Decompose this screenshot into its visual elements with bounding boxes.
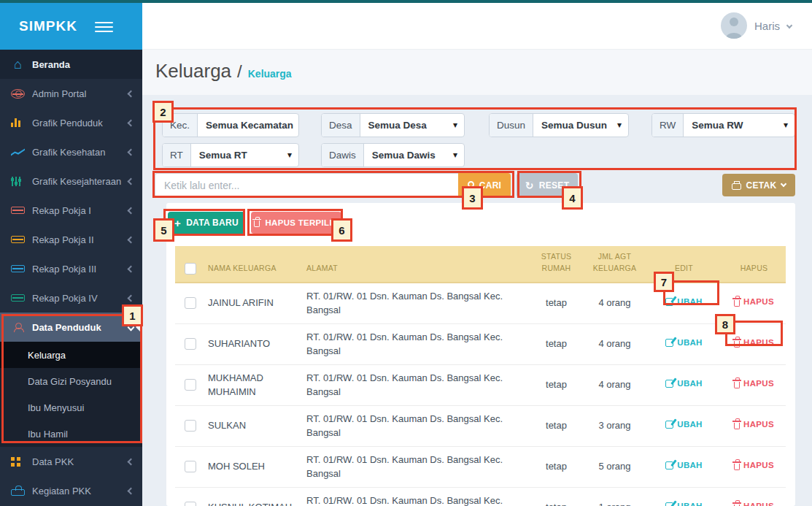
- data-baru-button[interactable]: DATA BARU: [168, 212, 245, 234]
- chevron-left-icon: [128, 177, 135, 185]
- sidebar-item-grafik-penduduk[interactable]: Grafik Penduduk: [0, 108, 142, 137]
- ubah-button[interactable]: UBAH: [665, 377, 702, 390]
- filter-select-desa[interactable]: Semua Desa▾: [360, 114, 464, 137]
- select-all-checkbox[interactable]: [185, 263, 196, 275]
- row-checkbox[interactable]: [185, 297, 196, 309]
- cell-alamat: RT. 01/RW. 01 Dsn. Kauman Ds. Bangsal Ke…: [303, 323, 529, 364]
- filter-label: RT: [163, 144, 191, 166]
- hapus-button[interactable]: HAPUS: [734, 459, 774, 472]
- hapus-button[interactable]: HAPUS: [734, 500, 774, 506]
- page-title: Keluarga / Keluarga: [155, 60, 292, 83]
- sidebar-item-kegiatan-pkk[interactable]: Kegiatan PKK: [0, 476, 142, 505]
- ubah-button[interactable]: UBAH: [665, 500, 702, 506]
- cari-button[interactable]: CARI: [458, 173, 511, 197]
- row-checkbox[interactable]: [185, 379, 196, 391]
- edit-icon: [665, 502, 673, 506]
- sidebar-item-label: Data Penduduk: [32, 322, 128, 333]
- hapus-button[interactable]: HAPUS: [734, 296, 774, 308]
- ubah-label: UBAH: [677, 418, 702, 431]
- filter-dusun[interactable]: Dusun Semua Dusun▾: [489, 113, 629, 137]
- sidebar-item-grafik-kesehatan[interactable]: Grafik Kesehatan: [0, 137, 142, 166]
- caret-down-icon: ▾: [298, 120, 299, 130]
- cell-jml-agt: 3 orang: [584, 405, 646, 446]
- filter-label: Desa: [322, 114, 360, 137]
- ubah-label: UBAH: [677, 337, 702, 349]
- sidebar-item-rekap-pokja-i[interactable]: Rekap Pokja I: [0, 196, 142, 225]
- edit-icon: [665, 461, 673, 469]
- sidebar-item-label: Data PKK: [32, 456, 128, 467]
- chevron-left-icon: [128, 236, 135, 243]
- sidebar-item-data-penduduk[interactable]: Data Penduduk: [0, 313, 142, 342]
- filter-select-kecamatan[interactable]: Semua Kecamatan▾: [198, 114, 299, 137]
- breadcrumb[interactable]: Keluarga: [248, 68, 292, 80]
- menu-item-icon: [11, 177, 25, 186]
- sidebar-subitem-ibu-menyusui[interactable]: Ibu Menyusui: [0, 394, 142, 421]
- data-baru-label: DATA BARU: [186, 218, 239, 228]
- hapus-button[interactable]: HAPUS: [734, 418, 774, 431]
- ubah-button[interactable]: UBAH: [665, 418, 702, 431]
- ubah-button[interactable]: UBAH: [665, 337, 702, 349]
- ubah-button[interactable]: UBAH: [665, 459, 702, 472]
- filter-dawis[interactable]: Dawis Semua Dawis▾: [321, 143, 465, 167]
- reset-button[interactable]: RESET: [517, 173, 578, 197]
- filter-desa[interactable]: Desa Semua Desa▾: [321, 113, 465, 137]
- cell-alamat: RT. 01/RW. 01 Dsn. Kauman Ds. Bangsal Ke…: [303, 446, 529, 487]
- cetak-label: CETAK: [746, 180, 777, 191]
- hapus-label: HAPUS: [743, 418, 774, 431]
- menu-item-icon: [11, 294, 25, 302]
- filter-select-rw[interactable]: Semua RW▾: [684, 114, 794, 137]
- hapus-terpilih-button[interactable]: HAPUS TERPILIH: [251, 212, 341, 234]
- ubah-button[interactable]: UBAH: [665, 296, 702, 308]
- table-row: KUSNUL KOTIMAH RT. 01/RW. 01 Dsn. Kauman…: [175, 487, 786, 506]
- filter-kecamatan[interactable]: Kec. Semua Kecamatan▾: [162, 113, 299, 137]
- username: Haris: [754, 20, 780, 32]
- sidebar-subitem-keluarga[interactable]: Keluarga: [0, 342, 142, 368]
- hapus-label: HAPUS: [743, 377, 774, 390]
- sidebar-menu: Beranda Admin Portal Grafik Penduduk: [0, 50, 142, 505]
- sidebar-item-beranda[interactable]: Beranda: [0, 50, 142, 79]
- row-checkbox[interactable]: [185, 502, 196, 506]
- sidebar-item-rekap-pokja-iii[interactable]: Rekap Pokja III: [0, 254, 142, 283]
- hapus-button[interactable]: HAPUS: [734, 377, 774, 390]
- filter-rt[interactable]: RT Semua RT▾: [162, 143, 299, 167]
- filter-value: Semua Kecamatan: [206, 120, 293, 131]
- filter-rw[interactable]: RW Semua RW▾: [651, 113, 795, 137]
- row-checkbox[interactable]: [185, 338, 196, 350]
- row-checkbox[interactable]: [185, 420, 196, 432]
- sidebar-item-grafik-kesejahteraan[interactable]: Grafik Kesejahteraan: [0, 166, 142, 196]
- sidebar-subitem-ibu-hamil[interactable]: Ibu Hamil: [0, 421, 142, 447]
- page-header: Keluarga / Keluarga: [142, 50, 812, 95]
- sidebar-subitem-label: Keluarga: [28, 350, 66, 361]
- sidebar-item-admin-portal[interactable]: Admin Portal: [0, 79, 142, 108]
- row-checkbox[interactable]: [185, 461, 196, 472]
- table-body: JAINUL ARIFIN RT. 01/RW. 01 Dsn. Kauman …: [175, 283, 786, 506]
- filter-label: Dawis: [322, 144, 364, 166]
- menu-item-icon: [11, 457, 25, 467]
- trash-icon: [734, 464, 740, 470]
- filter-value: Semua RT: [199, 150, 247, 161]
- sidebar-item-rekap-pokja-iv[interactable]: Rekap Pokja IV: [0, 283, 142, 313]
- sidebar-subitem-data-gizi-posyandu[interactable]: Data Gizi Posyandu: [0, 368, 142, 394]
- filter-select-dusun[interactable]: Semua Dusun▾: [533, 114, 628, 137]
- search-input[interactable]: [155, 173, 458, 197]
- menu-item-icon: [11, 236, 25, 243]
- sidebar-item-data-pkk[interactable]: Data PKK: [0, 447, 142, 476]
- top-navbar: Haris: [142, 0, 812, 50]
- filter-select-dawis[interactable]: Semua Dawis▾: [364, 144, 464, 166]
- cell-alamat: RT. 01/RW. 01 Dsn. Kauman Ds. Bangsal Ke…: [303, 405, 529, 446]
- col-hapus: HAPUS: [722, 246, 786, 283]
- active-menu-arrow: [136, 321, 142, 334]
- col-nama-keluarga: NAMA KELUARGA: [204, 246, 303, 283]
- cetak-button[interactable]: CETAK: [722, 174, 795, 196]
- chevron-left-icon: [128, 90, 135, 97]
- trash-icon: [734, 423, 740, 429]
- content-section: Kec. Semua Kecamatan▾ Desa Semua Desa▾ D…: [142, 95, 812, 506]
- table-row: MUKHAMAD MUHAIMIN RT. 01/RW. 01 Dsn. Kau…: [175, 364, 786, 405]
- user-menu[interactable]: Haris: [721, 12, 792, 39]
- menu-toggle-icon[interactable]: [95, 22, 113, 35]
- hapus-button[interactable]: HAPUS: [734, 337, 774, 349]
- filter-select-rt[interactable]: Semua RT▾: [191, 144, 298, 166]
- sidebar-item-rekap-pokja-ii[interactable]: Rekap Pokja II: [0, 225, 142, 254]
- ubah-label: UBAH: [677, 377, 702, 390]
- table-row: SUHARIANTO RT. 01/RW. 01 Dsn. Kauman Ds.…: [175, 323, 786, 364]
